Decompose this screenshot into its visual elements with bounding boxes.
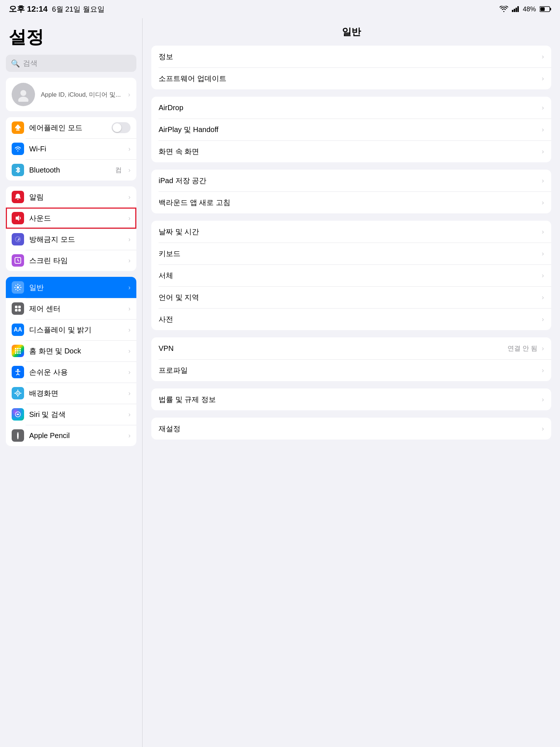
sidebar-item-applepencil[interactable]: Apple Pencil › <box>6 425 136 446</box>
content-row-ipadstorage[interactable]: iPad 저장 공간 › <box>151 170 551 191</box>
content-row-font[interactable]: 서체 › <box>151 264 551 286</box>
airplane-toggle[interactable] <box>112 122 131 133</box>
sidebar-item-siri[interactable]: Siri 및 검색 › <box>6 404 136 425</box>
content-row-reset[interactable]: 재설정 › <box>151 418 551 440</box>
software-chevron: › <box>542 75 544 82</box>
battery-icon <box>540 6 551 12</box>
svg-rect-6 <box>540 7 545 11</box>
wallpaper-chevron: › <box>128 390 131 397</box>
reset-chevron: › <box>542 425 544 433</box>
font-chevron: › <box>542 272 544 279</box>
display-chevron: › <box>128 326 131 334</box>
pip-chevron: › <box>542 148 544 155</box>
datetime-chevron: › <box>542 228 544 236</box>
settings-group-system: 일반 › 제어 센터 › AA <box>6 277 136 446</box>
controlcenter-label: 제어 센터 <box>29 304 122 314</box>
content-group-storage: iPad 저장 공간 › 백라운드 앱 새로 고침 › <box>151 170 551 213</box>
content-row-pip[interactable]: 화면 속 화면 › <box>151 140 551 162</box>
airplay-chevron: › <box>542 126 544 133</box>
content-row-vpn[interactable]: VPN 연결 안 됨 › <box>151 337 551 359</box>
reset-label: 재설정 <box>159 424 537 434</box>
sidebar-item-general[interactable]: 일반 › <box>6 277 136 298</box>
general-chevron: › <box>128 284 131 291</box>
content-row-dictionary[interactable]: 사전 › <box>151 308 551 330</box>
settings-group-notifications: 알림 › 사운드 › <box>6 186 136 271</box>
content-row-backgroundapp[interactable]: 백라운드 앱 새로 고침 › <box>151 191 551 213</box>
account-row[interactable]: Apple ID, iCloud, 미디어 및... › <box>6 78 136 111</box>
wallpaper-icon <box>12 387 24 399</box>
sidebar-item-screentime[interactable]: 스크린 타임 › <box>6 250 136 271</box>
svg-rect-9 <box>16 130 20 131</box>
svg-point-30 <box>17 392 19 394</box>
donotdisturb-icon <box>12 233 24 245</box>
sidebar-item-bluetooth[interactable]: Bluetooth 컴 › <box>6 159 136 181</box>
sidebar-item-wifi[interactable]: Wi-Fi › <box>6 138 136 159</box>
siri-chevron: › <box>128 411 131 418</box>
controlcenter-icon <box>12 302 24 315</box>
svg-marker-33 <box>17 438 19 440</box>
accessibility-icon <box>12 366 24 378</box>
svg-rect-26 <box>17 352 19 354</box>
content-group-datetime: 날짜 및 시간 › 키보드 › 서체 › 언어 및 지역 › 사전 › <box>151 221 551 330</box>
accessibility-chevron: › <box>128 368 131 376</box>
homescreen-icon <box>12 345 24 357</box>
content-row-airplay[interactable]: AirPlay 및 Handoff › <box>151 119 551 140</box>
screentime-chevron: › <box>128 257 131 264</box>
content-title: 일반 <box>151 26 551 38</box>
siri-icon <box>12 408 24 421</box>
content-row-profile[interactable]: 프로파일 › <box>151 359 551 381</box>
info-chevron: › <box>542 53 544 61</box>
content-row-airdrop[interactable]: AirDrop › <box>151 97 551 119</box>
profile-label: 프로파일 <box>159 365 537 375</box>
svg-rect-17 <box>15 309 18 311</box>
content-row-datetime[interactable]: 날짜 및 시간 › <box>151 221 551 243</box>
applepencil-icon <box>12 429 24 442</box>
alrim-chevron: › <box>128 193 131 201</box>
sidebar-item-display[interactable]: AA 디스플레이 및 밝기 › <box>6 319 136 340</box>
airdrop-chevron: › <box>542 104 544 112</box>
svg-rect-15 <box>15 306 18 308</box>
status-date: 6월 21일 월요일 <box>52 4 104 14</box>
content-row-software[interactable]: 소프트웨어 업데이트 › <box>151 67 551 89</box>
content-row-keyboard[interactable]: 키보드 › <box>151 243 551 264</box>
account-avatar <box>12 83 35 106</box>
content-row-legal[interactable]: 법률 및 규제 정보 › <box>151 388 551 410</box>
status-time: 오후 12:14 <box>9 4 47 15</box>
controlcenter-chevron: › <box>128 305 131 313</box>
svg-rect-23 <box>17 350 19 352</box>
bluetooth-label: Bluetooth <box>29 166 110 174</box>
battery-percentage: 48% <box>523 5 536 13</box>
svg-rect-22 <box>15 350 16 352</box>
content-row-info[interactable]: 정보 › <box>151 46 551 67</box>
info-label: 정보 <box>159 52 537 62</box>
content-group-legal: 법률 및 규제 정보 › <box>151 388 551 410</box>
dictionary-chevron: › <box>542 316 544 323</box>
svg-rect-3 <box>517 6 519 12</box>
sidebar-item-airplane[interactable]: 에어플레인 모드 <box>6 117 136 138</box>
svg-rect-20 <box>17 348 19 349</box>
svg-rect-25 <box>15 352 16 354</box>
sidebar-item-accessibility[interactable]: 손쉬운 사용 › <box>6 361 136 383</box>
account-subtitle: Apple ID, iCloud, 미디어 및... <box>41 90 121 99</box>
svg-rect-21 <box>19 348 21 349</box>
svg-rect-19 <box>15 348 16 349</box>
sidebar-item-homescreen[interactable]: 홈 화면 및 Dock › <box>6 340 136 361</box>
bluetooth-chevron: › <box>128 166 131 174</box>
sidebar-item-wallpaper[interactable]: 배경화면 › <box>6 383 136 404</box>
svg-rect-34 <box>17 432 19 434</box>
vpn-chevron: › <box>542 345 544 352</box>
sidebar-item-sound[interactable]: 사운드 › <box>6 208 136 229</box>
legal-label: 법률 및 규제 정보 <box>159 395 537 405</box>
screentime-label: 스크린 타임 <box>29 256 122 266</box>
accessibility-label: 손쉬운 사용 <box>29 367 122 377</box>
search-bar[interactable]: 🔍 검색 <box>6 55 136 72</box>
svg-rect-18 <box>18 309 21 311</box>
legal-chevron: › <box>542 396 544 403</box>
content-group-vpn: VPN 연결 안 됨 › 프로파일 › <box>151 337 551 381</box>
content-row-language[interactable]: 언어 및 지역 › <box>151 286 551 308</box>
sidebar-item-controlcenter[interactable]: 제어 센터 › <box>6 298 136 319</box>
sidebar-item-donotdisturb[interactable]: 방해금지 모드 › <box>6 229 136 250</box>
sound-chevron: › <box>128 214 131 222</box>
sidebar-item-alrim[interactable]: 알림 › <box>6 186 136 208</box>
donotdisturb-label: 방해금지 모드 <box>29 235 122 244</box>
